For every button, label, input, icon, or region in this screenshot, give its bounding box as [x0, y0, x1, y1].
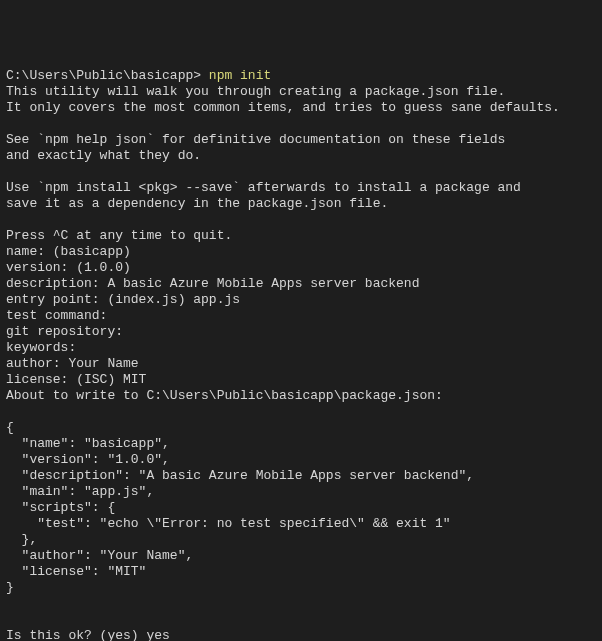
output-line: author: Your Name — [6, 356, 596, 372]
output-line: and exactly what they do. — [6, 148, 596, 164]
output-line: "name": "basicapp", — [6, 436, 596, 452]
output-line: Is this ok? (yes) yes — [6, 628, 596, 641]
output-line: entry point: (index.js) app.js — [6, 292, 596, 308]
output-line: Press ^C at any time to quit. — [6, 228, 596, 244]
output-line: { — [6, 420, 596, 436]
output-line — [6, 612, 596, 628]
output-line: git repository: — [6, 324, 596, 340]
output-line: description: A basic Azure Mobile Apps s… — [6, 276, 596, 292]
output-line: This utility will walk you through creat… — [6, 84, 596, 100]
output-line: See `npm help json` for definitive docum… — [6, 132, 596, 148]
output-line: Use `npm install <pkg> --save` afterward… — [6, 180, 596, 196]
output-line: keywords: — [6, 340, 596, 356]
command-text: npm init — [209, 68, 271, 83]
prompt-path: C:\Users\Public\basicapp> — [6, 68, 201, 83]
output-line: "test": "echo \"Error: no test specified… — [6, 516, 596, 532]
output-line: version: (1.0.0) — [6, 260, 596, 276]
output-line: name: (basicapp) — [6, 244, 596, 260]
output-line: save it as a dependency in the package.j… — [6, 196, 596, 212]
output-line: "author": "Your Name", — [6, 548, 596, 564]
output-line: About to write to C:\Users\Public\basica… — [6, 388, 596, 404]
output-line — [6, 404, 596, 420]
output-line: "main": "app.js", — [6, 484, 596, 500]
output-line — [6, 596, 596, 612]
output-line: }, — [6, 532, 596, 548]
output-line: "scripts": { — [6, 500, 596, 516]
output-line: "version": "1.0.0", — [6, 452, 596, 468]
output-line: "license": "MIT" — [6, 564, 596, 580]
output-line: It only covers the most common items, an… — [6, 100, 596, 116]
terminal[interactable]: C:\Users\Public\basicapp> npm initThis u… — [6, 68, 596, 641]
output-line: test command: — [6, 308, 596, 324]
output-line: } — [6, 580, 596, 596]
output-line: license: (ISC) MIT — [6, 372, 596, 388]
output-line — [6, 212, 596, 228]
output-line — [6, 116, 596, 132]
output-line: "description": "A basic Azure Mobile App… — [6, 468, 596, 484]
output-line — [6, 164, 596, 180]
